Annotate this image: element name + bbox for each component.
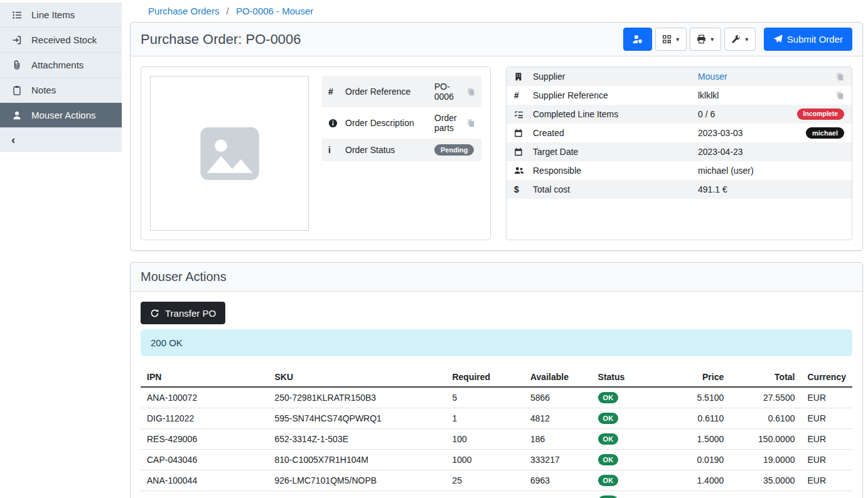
detail-row-supplier: Supplier Mouser: [506, 67, 852, 86]
detail-row-target-date: Target Date 2023-04-23: [506, 142, 852, 161]
sidebar-collapse-button[interactable]: ‹: [0, 128, 122, 152]
detail-row-order-description: Order Description Order parts: [322, 107, 481, 139]
mouser-actions-panel: Mouser Actions Transfer PO 200 OK IPN S: [130, 262, 863, 498]
part-thumbnail[interactable]: [150, 76, 309, 231]
sidebar-item-label: Attachments: [31, 60, 83, 70]
col-header-ipn: IPN: [141, 368, 269, 387]
assign-user-button[interactable]: [623, 28, 652, 51]
cell-total: 0.6100: [730, 408, 801, 429]
options-menu-button[interactable]: ▾: [724, 28, 756, 51]
cell-ipn: SWT-200005: [141, 491, 269, 498]
submit-order-button[interactable]: Submit Order: [764, 28, 852, 51]
copy-icon[interactable]: [835, 91, 844, 100]
cell-available: 333217: [524, 450, 592, 470]
sidebar-item-line-items[interactable]: Line Items: [0, 3, 122, 28]
cell-total: 19.0000: [730, 450, 801, 470]
mouser-actions-panel-body: Transfer PO 200 OK IPN SKU Required Avai…: [131, 292, 862, 498]
cell-currency: EUR: [801, 470, 852, 491]
sidebar: Line Items Received Stock Attachments No…: [0, 3, 122, 152]
detail-value: Mouser: [698, 72, 835, 82]
copy-icon[interactable]: [466, 119, 475, 127]
cell-status: OK: [592, 387, 660, 408]
breadcrumb-link-purchase-orders[interactable]: Purchase Orders: [148, 6, 219, 16]
sidebar-item-attachments[interactable]: Attachments: [0, 53, 122, 78]
detail-value: 2023-04-23: [698, 147, 844, 157]
cell-ipn: RES-429006: [141, 429, 269, 450]
barcode-menu-button[interactable]: ▾: [655, 28, 687, 51]
cell-status: OK: [592, 429, 660, 450]
detail-label: Order Status: [345, 145, 434, 155]
printer-icon: [697, 34, 706, 44]
clipboard-icon: [11, 85, 23, 95]
info-icon: i: [328, 145, 345, 155]
cell-ipn: ANA-100072: [141, 387, 269, 408]
detail-label: Supplier: [533, 72, 698, 82]
cell-required: 1000: [446, 450, 524, 470]
col-header-status: Status: [592, 368, 660, 387]
order-details-table: # Order Reference PO-0006 Order Descri: [322, 76, 481, 161]
tools-icon: [731, 34, 741, 44]
refresh-icon: [150, 309, 159, 318]
breadcrumb-separator: /: [227, 6, 229, 16]
cell-ipn: DIG-112022: [141, 408, 269, 429]
transfer-po-button[interactable]: Transfer PO: [141, 302, 225, 324]
cell-available: 186: [524, 429, 592, 450]
sidebar-item-received-stock[interactable]: Received Stock: [0, 28, 122, 53]
cell-status: OK: [592, 491, 660, 498]
sidebar-item-notes[interactable]: Notes: [0, 78, 122, 103]
chevron-down-icon: ▾: [676, 36, 679, 43]
detail-label: Supplier Reference: [533, 90, 698, 100]
copy-icon[interactable]: [835, 72, 844, 81]
detail-label: Responsible: [533, 166, 698, 176]
cell-total: 35.0000: [730, 470, 801, 491]
purchase-order-panel: Purchase Order: PO-0006 ▾: [130, 22, 863, 251]
sidebar-item-mouser-actions[interactable]: Mouser Actions: [0, 103, 122, 128]
sign-in-icon: [11, 35, 23, 45]
detail-value: lklklkl: [698, 90, 835, 100]
detail-row-created: Created 2023-03-03 michael: [506, 124, 852, 142]
purchase-order-panel-body: # Order Reference PO-0006 Order Descri: [131, 56, 862, 250]
cell-price: 5.7200: [659, 491, 730, 498]
detail-row-total-cost: $ Total cost 491.1 €: [506, 180, 852, 199]
detail-row-supplier-reference: # Supplier Reference lklklkl: [506, 86, 852, 105]
cell-currency: EUR: [801, 491, 852, 498]
print-menu-button[interactable]: ▾: [690, 28, 721, 51]
copy-icon[interactable]: [466, 87, 475, 96]
cell-available: 6963: [524, 470, 592, 491]
cell-available: 4812: [524, 408, 592, 429]
detail-value: Order parts: [434, 113, 466, 133]
cell-currency: EUR: [801, 450, 852, 470]
main-content: Purchase Orders / PO-0006 - Mouser Purch…: [122, 0, 868, 498]
cell-currency: EUR: [801, 387, 852, 408]
cell-available: 5866: [524, 387, 592, 408]
col-header-price: Price: [659, 368, 730, 387]
detail-row-order-status: i Order Status Pending: [322, 139, 481, 161]
supplier-link[interactable]: Mouser: [698, 72, 727, 82]
detail-label: Order Description: [345, 118, 434, 128]
cell-sku: 810-C1005X7R1H104M: [269, 450, 446, 470]
sidebar-item-label: Mouser Actions: [31, 110, 96, 120]
cell-sku: 652-3314Z-1-503E: [269, 429, 446, 450]
detail-value: Pending: [434, 144, 475, 156]
status-badge-ok: OK: [598, 454, 619, 465]
order-summary-card: # Order Reference PO-0006 Order Descri: [141, 66, 491, 240]
detail-row-completed-line-items: Completed Line Items 0 / 6 Incomplete: [506, 105, 852, 124]
cell-price: 5.5100: [659, 387, 730, 408]
status-badge-ok: OK: [598, 413, 619, 424]
detail-label: Created: [533, 128, 698, 138]
mouser-actions-title: Mouser Actions: [141, 270, 227, 284]
col-header-available: Available: [524, 368, 592, 387]
info-circle-icon: [328, 119, 345, 128]
cell-available: 47: [524, 491, 592, 498]
status-badge-incomplete: Incomplete: [797, 109, 844, 120]
chevron-down-icon: ▾: [710, 36, 714, 43]
detail-value: 2023-03-03: [698, 128, 806, 138]
breadcrumb-link-current-order[interactable]: PO-0006 - Mouser: [236, 6, 313, 16]
image-placeholder-icon: [195, 119, 265, 189]
cell-sku: 250-72981KLRATR150B3: [269, 387, 446, 408]
user-icon: [11, 110, 23, 120]
status-badge-ok: OK: [598, 392, 619, 403]
supplier-details-card: Supplier Mouser # Supplier Reference lkl…: [506, 66, 852, 240]
table-row: ANA-100044 926-LMC7101QM5/NOPB 25 6963 O…: [141, 470, 852, 491]
table-row: ANA-100072 250-72981KLRATR150B3 5 5866 O…: [141, 387, 852, 408]
